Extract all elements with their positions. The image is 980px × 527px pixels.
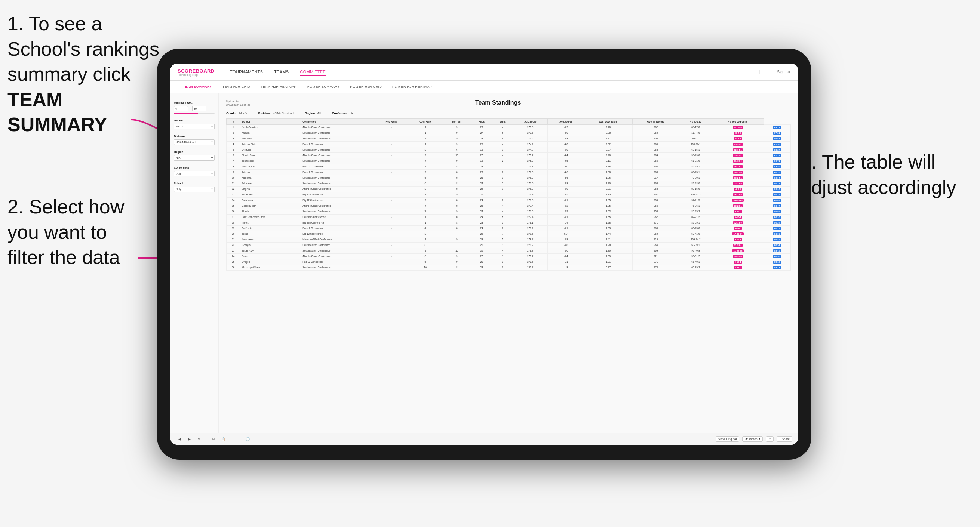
nav-teams[interactable]: TEAMS: [274, 68, 289, 76]
cell-points: 86.95: [764, 231, 791, 237]
cell-rnds: 26: [471, 141, 492, 147]
instruction-step3: 3. The table will adjust accordingly: [800, 149, 958, 200]
share-button[interactable]: ⤴ Share: [776, 436, 792, 442]
table-row[interactable]: 3 Vanderbilt Southeastern Conference - 2…: [227, 136, 791, 141]
watch-button[interactable]: 👁 Watch ▾: [742, 436, 762, 442]
cell-adj-score: 278.2: [513, 225, 548, 231]
view-original-button[interactable]: View: Original: [716, 436, 739, 442]
sub-nav-player-h2h-grid[interactable]: PLAYER H2H GRID: [345, 81, 387, 94]
region-select[interactable]: N/A ▾: [174, 155, 215, 161]
division-select[interactable]: NCAA Division I ▾: [174, 140, 215, 145]
cell-school: Ole Miss: [240, 147, 301, 152]
cell-no-tour: 8: [443, 214, 471, 220]
table-row[interactable]: 7 Tennessee Southeastern Conference - 4 …: [227, 158, 791, 164]
cell-adj-score: 273.4: [513, 136, 548, 141]
table-row[interactable]: 25 Oregon Pac-12 Conference - 5 9 21 3 2…: [227, 259, 791, 265]
cell-vs25: 30-15-18: [712, 197, 764, 203]
table-row[interactable]: 15 Georgia Tech Atlantic Coast Conferenc…: [227, 203, 791, 209]
school-select[interactable]: (All) ▾: [174, 187, 215, 192]
cell-rank: 8: [227, 164, 240, 169]
range-min[interactable]: 4: [174, 106, 188, 111]
table-row[interactable]: 19 California Pac-12 Conference - 4 8 24…: [227, 225, 791, 231]
cell-conf-rank: 4: [408, 203, 443, 209]
table-row[interactable]: 17 East Tennessee State Southern Confere…: [227, 214, 791, 220]
cell-vs25: 9-24-0: [712, 209, 764, 214]
cell-wins: 5: [492, 214, 513, 220]
cell-low-score: 260: [633, 130, 679, 136]
cell-avg-par: -0.4: [548, 253, 584, 259]
conference-select[interactable]: (All) ▾: [174, 171, 215, 176]
range-slider[interactable]: [174, 113, 215, 114]
sub-nav-player-h2h-heatmap[interactable]: PLAYER H2H HEATMAP: [387, 81, 437, 94]
col-avg-par: Avg. to Par: [548, 119, 584, 124]
cell-school: Duke: [240, 253, 301, 259]
table-row[interactable]: 6 Florida State Atlantic Coast Conferenc…: [227, 152, 791, 158]
table-row[interactable]: 9 Arizona Pac-12 Conference - 2 8 23 2 2…: [227, 169, 791, 175]
cell-points: 83.49: [764, 164, 791, 169]
sub-nav-team-h2h-grid[interactable]: TEAM H2H GRID: [217, 81, 255, 94]
table-row[interactable]: 5 Ole Miss Southeastern Conference - 3 6…: [227, 147, 791, 152]
cell-conf-rank: 10: [408, 265, 443, 270]
sign-out-button[interactable]: Sign out: [777, 70, 791, 74]
table-row[interactable]: 2 Auburn Southeastern Conference - 1 9 2…: [227, 130, 791, 136]
nav-committee[interactable]: COMMITTEE: [300, 68, 326, 76]
table-row[interactable]: 20 Texas Big 12 Conference - 3 7 22 7 27…: [227, 231, 791, 237]
resize-button[interactable]: ⤢: [766, 436, 773, 442]
table-row[interactable]: 12 Virginia Atlantic Coast Conference - …: [227, 186, 791, 192]
cell-wins: 1: [492, 186, 513, 192]
cell-low-score: 217: [633, 175, 679, 181]
cell-low-score: 260: [633, 225, 679, 231]
table-row[interactable]: 24 Duke Atlantic Coast Conference - 5 9 …: [227, 253, 791, 259]
reload-icon[interactable]: ↻: [196, 436, 202, 443]
sub-nav-player-summary[interactable]: PLAYER SUMMARY: [302, 81, 345, 94]
forward-icon[interactable]: ▶: [186, 436, 192, 443]
cell-conference: Pac-12 Conference: [301, 141, 375, 147]
table-row[interactable]: 26 Mississippi State Southeastern Confer…: [227, 265, 791, 270]
sub-nav-team-h2h-heatmap[interactable]: TEAM H2H HEATMAP: [255, 81, 302, 94]
clock-icon[interactable]: 🕐: [244, 436, 251, 443]
cell-conf-rank: 6: [408, 181, 443, 186]
nav-tournaments[interactable]: TOURNAMENTS: [230, 68, 263, 76]
more-icon[interactable]: ···: [229, 436, 236, 443]
sub-nav-team-summary[interactable]: TEAM SUMMARY: [178, 81, 217, 94]
cell-school: Arkansas: [240, 181, 301, 186]
table-row[interactable]: 23 Texas A&M Southeastern Conference - 9…: [227, 248, 791, 253]
cell-adj-score: 273.5: [513, 124, 548, 130]
cell-overall: 88-17-0: [679, 124, 712, 130]
cell-wins: 1: [492, 242, 513, 248]
cell-avg-low: 1.85: [584, 197, 633, 203]
cell-adj-score: 280.7: [513, 265, 548, 270]
filter-display-row: Gender: Men's Division: NCAA Division I …: [226, 111, 791, 115]
range-max[interactable]: 30: [192, 106, 207, 111]
cell-no-tour: 7: [443, 242, 471, 248]
cell-conf-rank: 1: [408, 220, 443, 225]
cell-adj-score: 276.9: [513, 192, 548, 197]
cell-rank: 14: [227, 197, 240, 203]
table-row[interactable]: 1 North Carolina Atlantic Coast Conferen…: [227, 124, 791, 130]
table-row[interactable]: 13 Texas Tech Big 12 Conference - 1 9 27…: [227, 192, 791, 197]
table-row[interactable]: 16 Florida Southeastern Conference - 7 9…: [227, 209, 791, 214]
cell-reg-rank: -: [375, 203, 408, 209]
cell-overall: 80-25-2: [679, 209, 712, 214]
table-row[interactable]: 14 Oklahoma Big 12 Conference - 2 8 24 2…: [227, 197, 791, 203]
cell-school: Arizona State: [240, 141, 301, 147]
table-row[interactable]: 8 Washington Pac-12 Conference - 2 8 23 …: [227, 164, 791, 169]
paste-icon[interactable]: 📋: [220, 436, 227, 443]
cell-reg-rank: -: [375, 181, 408, 186]
cell-avg-par: -5.1: [548, 197, 584, 203]
cell-wins: 2: [492, 169, 513, 175]
table-row[interactable]: 22 Georgia Southeastern Conference - 8 7…: [227, 242, 791, 248]
table-row[interactable]: 4 Arizona State Pac-12 Conference - 1 9 …: [227, 141, 791, 147]
copy-icon[interactable]: ⧉: [210, 436, 217, 443]
back-icon[interactable]: ◀: [176, 436, 183, 443]
cell-avg-par: -9.5: [548, 158, 584, 164]
gender-select[interactable]: Men's ▾: [174, 124, 215, 129]
table-row[interactable]: 10 Alabama Southeastern Conference - 5 8…: [227, 175, 791, 181]
cell-no-tour: 8: [443, 186, 471, 192]
table-row[interactable]: 21 New Mexico Mountain West Conference -…: [227, 237, 791, 242]
cell-reg-rank: -: [375, 152, 408, 158]
table-row[interactable]: 11 Arkansas Southeastern Conference - 6 …: [227, 181, 791, 186]
cell-wins: 4: [492, 152, 513, 158]
cell-school: Texas Tech: [240, 192, 301, 197]
table-row[interactable]: 18 Illinois Big Ten Conference - 1 8 23 …: [227, 220, 791, 225]
